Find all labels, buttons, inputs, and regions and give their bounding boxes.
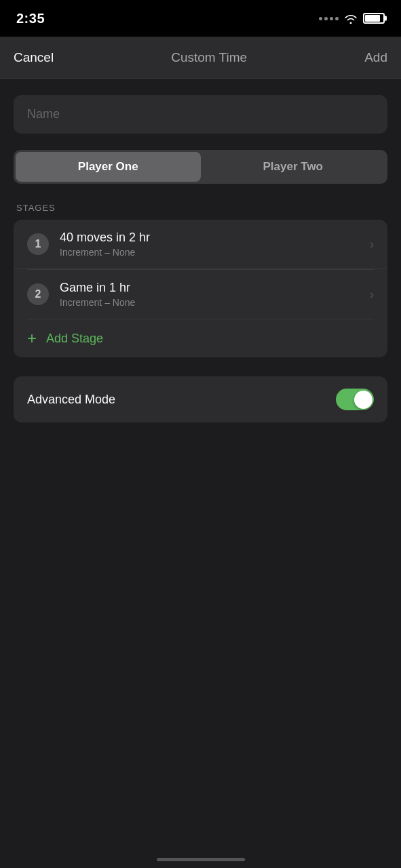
wifi-icon xyxy=(344,14,358,24)
status-time: 2:35 xyxy=(16,11,45,26)
player-toggle[interactable]: Player One Player Two xyxy=(14,150,387,184)
chevron-right-icon-1: › xyxy=(370,237,374,252)
chevron-right-icon-2: › xyxy=(370,288,374,302)
stage-title-2: Game in 1 hr xyxy=(60,281,370,295)
home-indicator xyxy=(157,858,245,861)
nav-bar: Cancel Custom Time Add xyxy=(0,37,401,79)
add-button[interactable]: Add xyxy=(364,50,387,65)
stage-subtitle-2: Increment – None xyxy=(60,297,370,308)
signal-icon xyxy=(319,17,339,20)
main-content: Player One Player Two STAGES 1 40 moves … xyxy=(0,79,401,439)
add-stage-row[interactable]: + Add Stage xyxy=(14,319,387,357)
stage-item-2[interactable]: 2 Game in 1 hr Increment – None › xyxy=(14,270,387,319)
stage-number-1: 1 xyxy=(27,233,49,255)
add-stage-label: Add Stage xyxy=(46,332,103,346)
status-icons xyxy=(319,13,385,24)
name-input-container[interactable] xyxy=(14,95,387,134)
stage-item-1[interactable]: 1 40 moves in 2 hr Increment – None › xyxy=(14,220,387,269)
battery-icon xyxy=(363,13,385,24)
player-two-button[interactable]: Player Two xyxy=(201,152,386,182)
player-one-button[interactable]: Player One xyxy=(16,152,201,182)
toggle-thumb xyxy=(354,391,373,409)
add-stage-plus-icon: + xyxy=(27,330,37,347)
stage-info-1: 40 moves in 2 hr Increment – None xyxy=(60,231,370,258)
advanced-mode-container[interactable]: Advanced Mode xyxy=(14,376,387,422)
stage-info-2: Game in 1 hr Increment – None xyxy=(60,281,370,308)
stages-section: STAGES 1 40 moves in 2 hr Increment – No… xyxy=(14,203,387,357)
stage-title-1: 40 moves in 2 hr xyxy=(60,231,370,245)
advanced-mode-toggle[interactable] xyxy=(336,389,374,410)
cancel-button[interactable]: Cancel xyxy=(14,50,54,65)
stage-subtitle-1: Increment – None xyxy=(60,247,370,258)
name-input[interactable] xyxy=(27,107,374,121)
status-bar: 2:35 xyxy=(0,0,401,37)
stages-container: 1 40 moves in 2 hr Increment – None › 2 … xyxy=(14,220,387,357)
page-title: Custom Time xyxy=(171,50,247,65)
stage-number-2: 2 xyxy=(27,283,49,305)
advanced-mode-label: Advanced Mode xyxy=(27,393,115,407)
stages-heading: STAGES xyxy=(14,203,387,213)
